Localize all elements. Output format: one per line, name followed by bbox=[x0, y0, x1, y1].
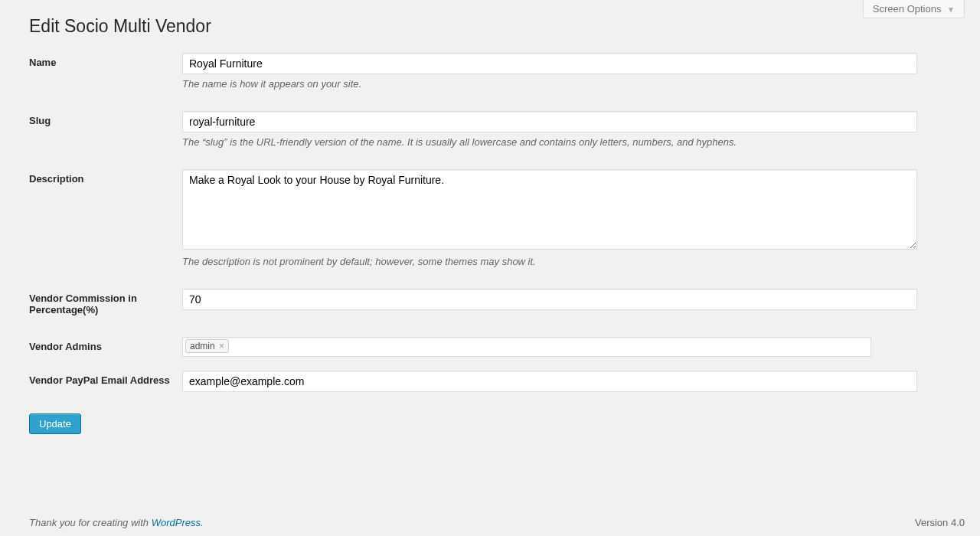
name-label: Name bbox=[29, 53, 182, 68]
description-help: The description is not prominent by defa… bbox=[182, 256, 917, 267]
wordpress-link[interactable]: WordPress bbox=[152, 517, 201, 528]
paypal-input[interactable] bbox=[182, 371, 917, 392]
close-icon[interactable]: × bbox=[219, 341, 224, 351]
description-label: Description bbox=[29, 169, 182, 185]
page-title: Edit Socio Multi Vendor bbox=[29, 15, 965, 38]
footer-period: . bbox=[201, 517, 204, 528]
vendor-admins-label: Vendor Admins bbox=[29, 337, 182, 352]
version-label: Version 4.0 bbox=[915, 517, 965, 528]
commission-input[interactable] bbox=[182, 289, 917, 310]
description-textarea[interactable]: Make a Royal Look to your House by Royal… bbox=[182, 169, 917, 250]
commission-label: Vendor Commission in Percentage(%) bbox=[29, 289, 182, 315]
admin-tag: admin × bbox=[185, 339, 229, 353]
chevron-down-icon: ▼ bbox=[947, 5, 955, 14]
slug-description: The “slug” is the URL-friendly version o… bbox=[182, 136, 917, 148]
vendor-admins-input[interactable]: admin × bbox=[182, 337, 871, 357]
paypal-label: Vendor PayPal Email Address bbox=[29, 371, 182, 386]
slug-label: Slug bbox=[29, 111, 182, 126]
name-description: The name is how it appears on your site. bbox=[182, 78, 917, 90]
update-button[interactable]: Update bbox=[29, 413, 81, 434]
screen-options-tab[interactable]: Screen Options ▼ bbox=[863, 0, 965, 18]
admin-tag-label: admin bbox=[190, 341, 215, 351]
slug-input[interactable] bbox=[182, 111, 917, 132]
name-input[interactable] bbox=[182, 53, 917, 74]
screen-options-label: Screen Options bbox=[873, 3, 942, 15]
footer-thanks: Thank you for creating with bbox=[29, 517, 152, 528]
